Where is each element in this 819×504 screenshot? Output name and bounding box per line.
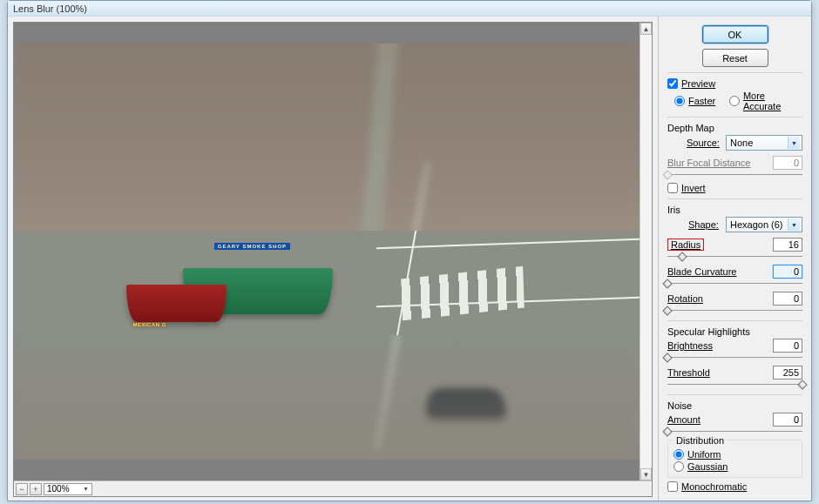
blade-input[interactable]: 0 — [773, 265, 802, 279]
controls-panel: OK Reset Preview Faster More Accurate De… — [658, 17, 811, 501]
radius-input[interactable]: 16 — [773, 238, 802, 252]
slider-track — [667, 310, 802, 311]
photo-blur-top — [14, 44, 640, 231]
zoom-in-button[interactable]: + — [30, 483, 42, 495]
source-value: None — [730, 138, 753, 148]
slider-thumb[interactable] — [662, 279, 672, 288]
shape-row: Shape: Hexagon (6) ▼ — [667, 217, 802, 232]
source-label: Source: — [687, 138, 720, 148]
more-accurate-radio[interactable] — [729, 96, 740, 106]
scroll-down-button[interactable]: ▼ — [640, 468, 652, 480]
window-title: Lens Blur (100%) — [13, 3, 87, 14]
noise-title: Noise — [667, 400, 802, 411]
slider-thumb[interactable] — [662, 353, 672, 362]
canvas-footer: − + 100% ▼ — [14, 480, 652, 496]
rotation-input[interactable]: 0 — [773, 292, 802, 306]
more-accurate-label: More Accurate — [743, 91, 802, 111]
vertical-scrollbar[interactable]: ▲ ▼ — [640, 23, 652, 480]
radius-highlight: Radius — [667, 239, 704, 251]
shape-value: Hexagon (6) — [730, 219, 783, 230]
divider — [667, 72, 802, 73]
source-select[interactable]: None ▼ — [726, 135, 802, 151]
scroll-up-button[interactable]: ▲ — [640, 23, 652, 35]
chevron-down-icon: ▼ — [788, 218, 800, 231]
slider-thumb[interactable] — [662, 427, 672, 436]
zoom-select[interactable]: 100% ▼ — [44, 483, 92, 495]
lens-blur-dialog: Lens Blur (100%) GEARY S — [7, 0, 812, 501]
shape-select[interactable]: Hexagon (6) ▼ — [726, 217, 802, 232]
dialog-content: GEARY SMOKE SHOP MEXICAN G ▲ ▼ — [8, 17, 811, 501]
preview-pane: GEARY SMOKE SHOP MEXICAN G ▲ ▼ — [8, 17, 658, 501]
slider-thumb[interactable] — [662, 306, 672, 315]
preview-checkbox-label: Preview — [681, 78, 715, 89]
ok-button[interactable]: OK — [702, 25, 768, 44]
titlebar[interactable]: Lens Blur (100%) — [8, 1, 811, 17]
amount-label: Amount — [667, 414, 701, 425]
bfd-slider[interactable] — [667, 171, 802, 179]
rotation-label: Rotation — [667, 293, 703, 304]
preview-image: GEARY SMOKE SHOP MEXICAN G — [14, 44, 640, 460]
invert-checkbox[interactable] — [667, 183, 678, 193]
uniform-label: Uniform — [687, 449, 721, 460]
depth-map-title: Depth Map — [667, 123, 802, 133]
bfd-input[interactable]: 0 — [773, 156, 802, 170]
rotation-slider[interactable] — [667, 306, 802, 315]
brightness-input[interactable]: 0 — [773, 339, 802, 353]
chevron-down-icon: ▼ — [788, 137, 800, 149]
source-row: Source: None ▼ — [667, 135, 802, 151]
faster-radio[interactable] — [674, 96, 685, 106]
bfd-row: Blur Focal Distance 0 — [667, 156, 802, 170]
brightness-row: Brightness 0 — [667, 339, 802, 353]
slider-track — [667, 384, 802, 385]
photo-blur-bottom — [14, 335, 640, 460]
shape-label: Shape: — [688, 219, 719, 230]
photo-sign-blue: GEARY SMOKE SHOP — [214, 243, 290, 250]
brightness-slider[interactable] — [667, 353, 802, 362]
radius-row: Radius 16 — [667, 238, 802, 252]
gaussian-radio[interactable] — [673, 461, 684, 472]
slider-thumb[interactable] — [662, 170, 672, 179]
brightness-label: Brightness — [667, 340, 713, 351]
canvas-frame: GEARY SMOKE SHOP MEXICAN G ▲ ▼ — [13, 22, 653, 497]
chevron-down-icon: ▼ — [83, 486, 89, 492]
monochromatic-checkbox[interactable] — [667, 481, 678, 492]
slider-track — [667, 283, 802, 284]
monochromatic-label: Monochromatic — [681, 481, 747, 492]
zoom-out-button[interactable]: − — [16, 483, 28, 495]
faster-label: Faster — [688, 96, 715, 106]
slider-track — [667, 256, 802, 257]
slider-track — [667, 174, 802, 175]
gaussian-row: Gaussian — [673, 461, 796, 472]
slider-track — [667, 431, 802, 432]
uniform-radio[interactable] — [673, 449, 684, 460]
bfd-label: Blur Focal Distance — [667, 158, 750, 168]
threshold-row: Threshold 255 — [667, 366, 802, 380]
reset-button[interactable]: Reset — [702, 49, 768, 67]
slider-thumb[interactable] — [797, 380, 807, 389]
radius-slider[interactable] — [667, 252, 802, 261]
invert-label: Invert — [681, 183, 706, 193]
blade-label: Blade Curvature — [667, 266, 737, 277]
slider-thumb[interactable] — [677, 252, 687, 261]
threshold-input[interactable]: 255 — [773, 366, 802, 380]
uniform-row: Uniform — [673, 449, 796, 460]
scroll-track[interactable] — [640, 35, 652, 468]
specular-title: Specular Highlights — [667, 326, 802, 337]
radius-label: Radius — [671, 239, 701, 250]
amount-row: Amount 0 — [667, 413, 802, 427]
blade-row: Blade Curvature 0 — [667, 265, 802, 279]
photo-awning-red — [126, 285, 227, 322]
preview-checkbox-row: Preview — [667, 78, 802, 89]
threshold-slider[interactable] — [667, 380, 802, 389]
mono-row: Monochromatic — [667, 481, 802, 492]
preview-checkbox[interactable] — [667, 78, 678, 89]
preview-quality-row: Faster More Accurate — [674, 91, 802, 111]
blade-slider[interactable] — [667, 279, 802, 288]
distribution-group: Distribution Uniform Gaussian — [667, 440, 802, 478]
divider — [667, 198, 802, 199]
canvas-view[interactable]: GEARY SMOKE SHOP MEXICAN G — [14, 23, 640, 480]
zoom-value: 100% — [47, 484, 70, 494]
gaussian-label: Gaussian — [687, 461, 728, 472]
amount-input[interactable]: 0 — [773, 413, 802, 427]
threshold-label: Threshold — [667, 367, 710, 378]
